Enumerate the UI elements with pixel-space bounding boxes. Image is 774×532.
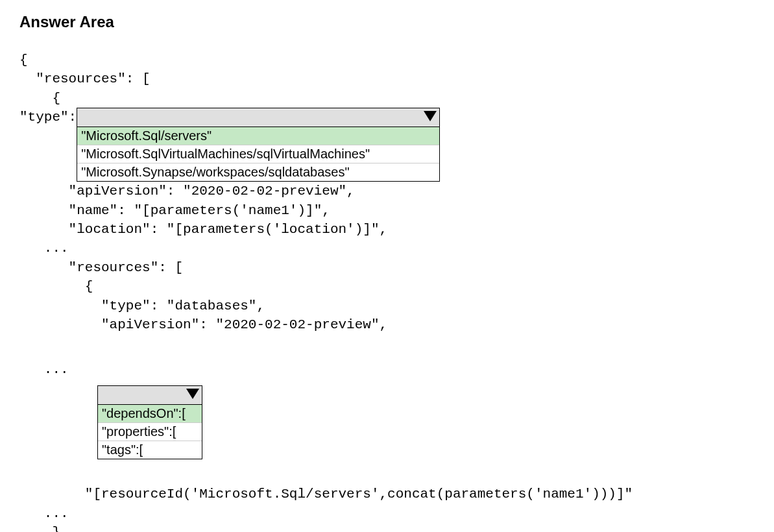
code-line: "apiVersion": "2020-02-02-preview", — [19, 315, 755, 334]
dropdown-header[interactable] — [97, 385, 202, 405]
code-line — [19, 334, 755, 353]
code-line: "resources": [ — [19, 69, 755, 88]
chevron-down-icon — [424, 111, 437, 121]
code-line: ... — [19, 360, 755, 379]
code-line: "name": "[parameters('name1')]", — [19, 201, 755, 220]
dropdown-options: "Microsoft.Sql/servers" "Microsoft.SqlVi… — [77, 127, 440, 182]
dropdown-options: "dependsOn":[ "properties":[ "tags":[ — [97, 405, 202, 459]
dropdown-option[interactable]: "Microsoft.SqlVirtualMachines/sqlVirtual… — [77, 145, 439, 163]
code-line: ... — [19, 504, 755, 523]
code-line: "location": "[parameters('location')]", — [19, 220, 755, 239]
code-line: "type": — [19, 108, 77, 127]
code-line: ... — [19, 239, 755, 258]
code-line: "resources": [ — [19, 258, 755, 277]
code-line: { — [19, 89, 755, 108]
dropdown-header[interactable] — [77, 108, 440, 127]
code-block: { "resources": [ { "type": "Microsoft.Sq… — [19, 51, 755, 532]
code-line: { — [19, 51, 755, 69]
code-line: "type": "databases", — [19, 296, 755, 315]
dropdown-option[interactable]: "Microsoft.Synapse/workspaces/sqldatabas… — [77, 163, 439, 181]
code-line: { — [19, 277, 755, 296]
code-line: } — [19, 523, 755, 532]
code-line: "apiVersion": "2020-02-02-preview", — [19, 182, 755, 200]
chevron-down-icon — [186, 389, 199, 399]
dropdown-option[interactable]: "properties":[ — [98, 423, 202, 441]
code-line — [19, 466, 755, 485]
code-line: "[resourceId('Microsoft.Sql/servers',con… — [19, 485, 755, 503]
dropdown-option[interactable]: "Microsoft.Sql/servers" — [77, 127, 439, 145]
property-dropdown[interactable]: "dependsOn":[ "properties":[ "tags":[ — [97, 385, 202, 459]
page-title: Answer Area — [19, 13, 755, 31]
dropdown-option[interactable]: "dependsOn":[ — [98, 405, 202, 423]
type-dropdown[interactable]: "Microsoft.Sql/servers" "Microsoft.SqlVi… — [77, 108, 440, 182]
dropdown-option[interactable]: "tags":[ — [98, 441, 202, 459]
